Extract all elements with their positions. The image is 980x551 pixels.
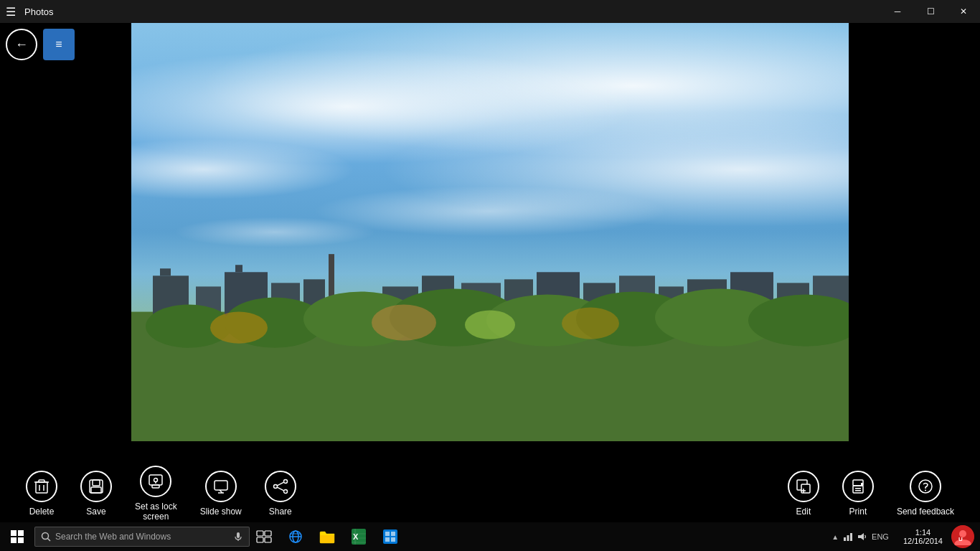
search-input[interactable] [55, 532, 229, 542]
print-button[interactable]: Print [831, 465, 885, 522]
taskbar-search[interactable] [34, 527, 250, 547]
windows-taskbar: X ▲ [0, 522, 980, 551]
svg-rect-33 [36, 482, 47, 493]
svg-rect-90 [850, 533, 852, 541]
svg-marker-91 [858, 533, 864, 540]
slide-show-icon [205, 471, 237, 502]
svg-rect-61 [855, 490, 861, 491]
svg-point-51 [273, 484, 277, 488]
back-button[interactable]: ← [6, 29, 37, 60]
send-feedback-button[interactable]: Send feedback [885, 465, 966, 522]
slide-show-label: Slide show [200, 507, 242, 517]
delete-button[interactable]: Delete [14, 465, 69, 522]
svg-rect-85 [391, 532, 395, 536]
edit-icon [788, 471, 819, 502]
tray-arrow-icon[interactable]: ▲ [831, 533, 839, 541]
file-explorer-icon[interactable] [313, 522, 341, 551]
svg-rect-72 [265, 537, 271, 542]
share-label: Share [269, 507, 292, 517]
svg-point-65 [42, 533, 49, 540]
svg-rect-69 [257, 531, 263, 536]
close-button[interactable]: ✕ [947, 0, 980, 23]
photos-taskbar-icon[interactable] [376, 522, 405, 551]
print-label: Print [849, 507, 867, 517]
svg-rect-89 [847, 535, 849, 541]
edit-label: Edit [796, 507, 811, 517]
svg-point-43 [154, 478, 158, 481]
city-skyline [131, 232, 849, 442]
svg-rect-55 [801, 484, 810, 493]
svg-point-50 [283, 489, 287, 493]
svg-rect-67 [237, 532, 240, 538]
svg-rect-59 [853, 486, 863, 493]
send-feedback-icon [910, 471, 941, 502]
clock-date: 12/16/2014 [903, 537, 943, 545]
lang-label[interactable]: ENG [872, 532, 889, 541]
svg-rect-5 [235, 265, 242, 272]
send-feedback-label: Send feedback [897, 507, 954, 517]
windows-logo-icon [11, 530, 24, 543]
svg-rect-62 [861, 483, 863, 485]
save-icon [80, 471, 112, 502]
microphone-icon [233, 532, 243, 542]
save-label: Save [86, 507, 105, 517]
user-avatar[interactable]: U [951, 525, 974, 548]
svg-line-53 [277, 487, 283, 491]
svg-rect-2 [160, 268, 171, 276]
svg-rect-42 [152, 485, 159, 488]
menu-button[interactable]: ≡ [43, 29, 75, 60]
share-button[interactable]: Share [253, 465, 308, 522]
svg-rect-88 [844, 537, 846, 541]
set-lock-screen-label: Set as lock screen [135, 501, 177, 522]
svg-rect-86 [385, 537, 390, 542]
svg-point-49 [283, 479, 287, 483]
svg-point-29 [210, 311, 268, 343]
excel-icon[interactable]: X [344, 522, 373, 551]
svg-point-30 [372, 304, 436, 340]
svg-rect-39 [93, 480, 100, 486]
tray-icons: ▲ ENG [826, 532, 895, 542]
svg-line-52 [277, 482, 283, 486]
toolbar-right: Edit Print Sen [776, 465, 966, 522]
svg-rect-71 [257, 537, 263, 542]
set-lock-screen-button[interactable]: Set as lock screen [123, 460, 189, 528]
taskbar-tray: ▲ ENG 1:14 12/16/2014 U [826, 525, 980, 548]
taskbar-pinned-apps: X [278, 522, 407, 551]
search-icon [41, 532, 51, 542]
edit-button[interactable]: Edit [776, 465, 831, 522]
volume-icon [857, 532, 867, 542]
save-button[interactable]: Save [69, 465, 123, 522]
titlebar: ☰ Photos ─ ☐ ✕ [0, 0, 980, 23]
clock-time: 1:14 [915, 528, 930, 537]
delete-label: Delete [29, 507, 55, 517]
task-view-button[interactable] [250, 522, 278, 551]
slide-show-button[interactable]: Slide show [189, 465, 253, 522]
app-title: Photos [24, 6, 53, 17]
share-icon [265, 471, 296, 502]
photo-background [131, 23, 849, 441]
hamburger-icon[interactable]: ☰ [6, 5, 16, 19]
delete-icon [26, 471, 57, 502]
maximize-button[interactable]: ☐ [914, 0, 947, 23]
photo-area [131, 23, 849, 441]
svg-rect-84 [385, 532, 390, 536]
print-icon [842, 471, 874, 502]
topnav: ← ≡ [0, 23, 80, 66]
svg-line-66 [48, 539, 51, 542]
lock-screen-icon [140, 466, 171, 497]
svg-point-32 [562, 307, 619, 339]
network-icon [843, 532, 853, 542]
ie-icon[interactable] [281, 522, 310, 551]
svg-rect-70 [265, 531, 271, 536]
toolbar: Delete Save Set as lock screen [0, 465, 980, 522]
svg-rect-60 [855, 488, 861, 489]
user-avatar-image: U [951, 525, 974, 548]
svg-rect-45 [215, 481, 227, 490]
minimize-button[interactable]: ─ [881, 0, 914, 23]
svg-point-64 [925, 489, 926, 491]
system-clock[interactable]: 1:14 12/16/2014 [897, 528, 948, 545]
svg-rect-87 [391, 537, 395, 542]
svg-text:U: U [958, 536, 963, 542]
start-button[interactable] [0, 522, 34, 551]
svg-point-31 [465, 310, 515, 339]
